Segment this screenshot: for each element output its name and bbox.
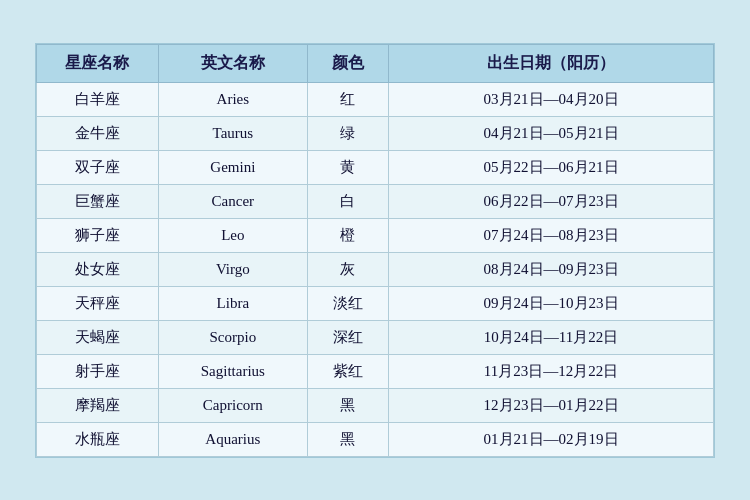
- table-row: 天蝎座Scorpio深红10月24日—11月22日: [37, 320, 714, 354]
- cell-chinese: 金牛座: [37, 116, 159, 150]
- cell-english: Sagittarius: [158, 354, 307, 388]
- table-row: 天秤座Libra淡红09月24日—10月23日: [37, 286, 714, 320]
- cell-date: 10月24日—11月22日: [389, 320, 714, 354]
- table-row: 金牛座Taurus绿04月21日—05月21日: [37, 116, 714, 150]
- cell-chinese: 处女座: [37, 252, 159, 286]
- zodiac-table: 星座名称 英文名称 颜色 出生日期（阳历） 白羊座Aries红03月21日—04…: [36, 44, 714, 457]
- cell-color: 黄: [307, 150, 388, 184]
- cell-chinese: 巨蟹座: [37, 184, 159, 218]
- cell-color: 红: [307, 82, 388, 116]
- cell-date: 11月23日—12月22日: [389, 354, 714, 388]
- cell-date: 04月21日—05月21日: [389, 116, 714, 150]
- cell-english: Aries: [158, 82, 307, 116]
- header-date: 出生日期（阳历）: [389, 44, 714, 82]
- cell-date: 08月24日—09月23日: [389, 252, 714, 286]
- cell-date: 03月21日—04月20日: [389, 82, 714, 116]
- cell-chinese: 射手座: [37, 354, 159, 388]
- cell-chinese: 水瓶座: [37, 422, 159, 456]
- table-row: 白羊座Aries红03月21日—04月20日: [37, 82, 714, 116]
- cell-english: Scorpio: [158, 320, 307, 354]
- cell-date: 12月23日—01月22日: [389, 388, 714, 422]
- cell-color: 紫红: [307, 354, 388, 388]
- cell-color: 淡红: [307, 286, 388, 320]
- table-row: 双子座Gemini黄05月22日—06月21日: [37, 150, 714, 184]
- cell-date: 05月22日—06月21日: [389, 150, 714, 184]
- table-row: 巨蟹座Cancer白06月22日—07月23日: [37, 184, 714, 218]
- cell-color: 黑: [307, 388, 388, 422]
- table-header-row: 星座名称 英文名称 颜色 出生日期（阳历）: [37, 44, 714, 82]
- table-row: 狮子座Leo橙07月24日—08月23日: [37, 218, 714, 252]
- cell-color: 灰: [307, 252, 388, 286]
- cell-english: Cancer: [158, 184, 307, 218]
- cell-date: 06月22日—07月23日: [389, 184, 714, 218]
- cell-english: Libra: [158, 286, 307, 320]
- cell-chinese: 双子座: [37, 150, 159, 184]
- cell-english: Capricorn: [158, 388, 307, 422]
- zodiac-table-container: 星座名称 英文名称 颜色 出生日期（阳历） 白羊座Aries红03月21日—04…: [35, 43, 715, 458]
- cell-english: Taurus: [158, 116, 307, 150]
- header-english: 英文名称: [158, 44, 307, 82]
- cell-color: 绿: [307, 116, 388, 150]
- table-row: 摩羯座Capricorn黑12月23日—01月22日: [37, 388, 714, 422]
- cell-chinese: 天秤座: [37, 286, 159, 320]
- cell-color: 白: [307, 184, 388, 218]
- cell-date: 09月24日—10月23日: [389, 286, 714, 320]
- cell-chinese: 狮子座: [37, 218, 159, 252]
- cell-date: 07月24日—08月23日: [389, 218, 714, 252]
- cell-color: 黑: [307, 422, 388, 456]
- cell-chinese: 天蝎座: [37, 320, 159, 354]
- table-row: 射手座Sagittarius紫红11月23日—12月22日: [37, 354, 714, 388]
- header-chinese: 星座名称: [37, 44, 159, 82]
- cell-english: Aquarius: [158, 422, 307, 456]
- table-row: 处女座Virgo灰08月24日—09月23日: [37, 252, 714, 286]
- cell-chinese: 白羊座: [37, 82, 159, 116]
- cell-color: 橙: [307, 218, 388, 252]
- table-row: 水瓶座Aquarius黑01月21日—02月19日: [37, 422, 714, 456]
- cell-chinese: 摩羯座: [37, 388, 159, 422]
- cell-color: 深红: [307, 320, 388, 354]
- cell-english: Gemini: [158, 150, 307, 184]
- header-color: 颜色: [307, 44, 388, 82]
- cell-english: Leo: [158, 218, 307, 252]
- cell-english: Virgo: [158, 252, 307, 286]
- cell-date: 01月21日—02月19日: [389, 422, 714, 456]
